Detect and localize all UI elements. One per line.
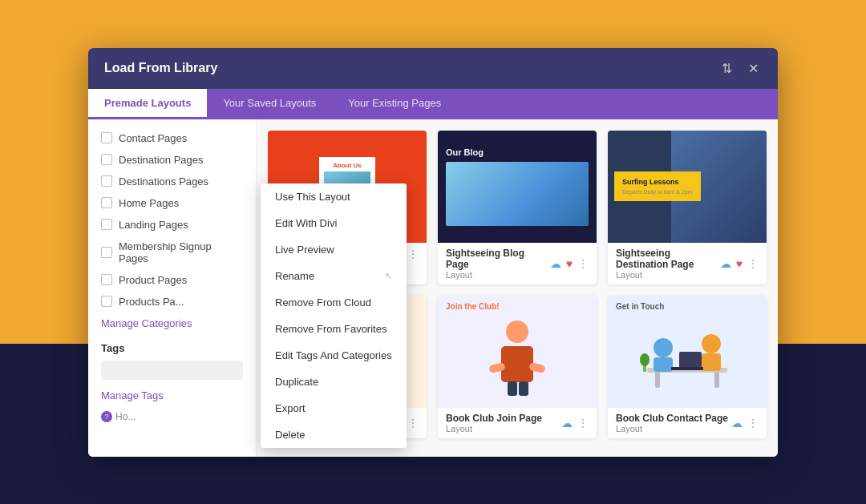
help-section: ? Ho... [88,406,256,427]
dots-icon-books[interactable]: ⋮ [407,417,419,429]
surf-footer-left: Sightseeing Destination Page Layout [616,248,720,280]
card-surf: Surfing Lessons Departs Daily at 8am & 2… [608,131,767,284]
context-edit-divi[interactable]: Edit With Divi [261,210,407,236]
cloud-icon-surf[interactable]: ☁ [720,257,731,270]
blog-footer-left: Sightseeing Blog Page Layout [446,248,550,280]
context-edit-tags[interactable]: Edit Tags And Categories [261,342,407,369]
join-title: Book Club Join Page [446,413,542,424]
svg-point-16 [640,353,650,366]
checkbox-home[interactable] [101,197,112,208]
blog-img [446,162,589,226]
join-actions: ☁ ⋮ [561,417,589,429]
blog-sublabel: Layout [446,270,550,280]
card-contact-footer: Book Club Contact Page Layout ☁ ⋮ [608,408,767,438]
contact-actions: ☁ ⋮ [731,417,759,429]
context-remove-cloud[interactable]: Remove From Cloud [261,289,407,316]
svg-rect-14 [671,367,703,370]
context-live-preview[interactable]: Live Preview [261,236,407,263]
blog-title: Sightseeing Blog Page [446,248,550,270]
sidebar-item-contact[interactable]: Contact Pages [88,127,256,149]
cloud-icon-blog[interactable]: ☁ [550,257,561,270]
svg-rect-7 [655,372,660,388]
tab-existing[interactable]: Your Existing Pages [332,89,457,119]
context-use-layout[interactable]: Use This Layout [261,183,407,210]
svg-rect-12 [702,353,721,371]
sidebar-item-home[interactable]: Home Pages [88,192,256,214]
card-blog-thumb: Our Blog [438,131,597,243]
join-figure-area [438,316,597,396]
card-contact-thumb: Get in Touch [608,296,767,408]
dots-icon-blog[interactable]: ⋮ [577,257,589,270]
checkbox-products[interactable] [101,296,112,307]
sidebar-item-membership[interactable]: Membership Signup Pages [88,236,256,269]
context-menu: Use This Layout Edit With Divi Live Prev… [261,183,407,448]
manage-tags-link[interactable]: Manage Tags [88,385,256,406]
card-join: Join the Club! [438,296,597,438]
dots-icon-contact[interactable]: ⋮ [747,417,759,429]
svg-rect-10 [654,357,673,372]
sidebar-item-destinations[interactable]: Destinations Pages [88,171,256,192]
heart-icon-blog[interactable]: ♥ [566,257,573,270]
context-remove-fav[interactable]: Remove From Favorites [261,316,407,342]
context-export[interactable]: Export [261,395,407,421]
card-surf-thumb: Surfing Lessons Departs Daily at 8am & 2… [608,131,767,243]
dots-icon-join[interactable]: ⋮ [577,417,589,429]
close-button[interactable]: ✕ [745,59,762,78]
sidebar-item-products[interactable]: Products Pa... [88,291,256,312]
checkbox-destination[interactable] [101,154,112,165]
tab-premade[interactable]: Premade Layouts [88,89,207,119]
manage-categories-link[interactable]: Manage Categories [88,312,256,334]
cloud-icon-contact[interactable]: ☁ [731,417,743,429]
svg-point-11 [702,334,721,353]
sidebar-item-landing[interactable]: Landing Pages [88,214,256,236]
checkbox-landing[interactable] [101,219,112,230]
context-duplicate[interactable]: Duplicate [261,369,407,395]
join-footer-left: Book Club Join Page Layout [446,413,542,433]
surf-title: Sightseeing Destination Page [616,248,720,270]
card-join-thumb: Join the Club! [438,296,597,408]
tags-label: Tags [88,334,256,357]
surf-box: Surfing Lessons Departs Daily at 8am & 2… [614,171,701,201]
tab-saved[interactable]: Your Saved Layouts [207,89,332,119]
surf-sublabel: Layout [616,270,720,280]
dots-icon-surf[interactable]: ⋮ [747,257,759,270]
sort-button[interactable]: ⇅ [718,59,735,78]
checkbox-contact[interactable] [101,132,112,143]
checkbox-product[interactable] [101,274,112,285]
help-icon[interactable]: ? [101,411,112,422]
card-blog: Our Blog Sightseeing Blog Page Layout ☁ … [438,131,597,284]
join-person-svg [485,316,549,396]
card-contact: Get in Touch [608,296,767,438]
svg-rect-1 [501,346,533,382]
svg-point-0 [506,321,528,343]
card-surf-footer: Sightseeing Destination Page Layout ☁ ♥ … [608,243,767,284]
surf-actions: ☁ ♥ ⋮ [720,257,759,270]
sidebar: Contact Pages Destination Pages Destinat… [88,119,257,457]
sidebar-item-destination[interactable]: Destination Pages [88,149,256,171]
modal-title: Load From Library [104,61,217,75]
tabs-bar: Premade Layouts Your Saved Layouts Your … [88,89,778,119]
modal-header: Load From Library ⇅ ✕ [88,48,778,89]
cloud-icon-join[interactable]: ☁ [561,417,573,429]
svg-rect-5 [519,381,528,396]
contact-card-sublabel: Layout [616,424,728,433]
heart-icon-surf[interactable]: ♥ [736,257,743,270]
svg-rect-8 [714,372,719,388]
blog-actions: ☁ ♥ ⋮ [550,257,589,270]
header-actions: ⇅ ✕ [718,59,762,78]
context-delete[interactable]: Delete [261,421,407,448]
modal-body: Contact Pages Destination Pages Destinat… [88,119,778,457]
context-rename[interactable]: Rename ↖ [261,263,407,289]
join-sublabel: Layout [446,424,542,433]
sidebar-item-product[interactable]: Product Pages [88,269,256,291]
svg-rect-4 [508,381,517,396]
card-join-footer: Book Club Join Page Layout ☁ ⋮ [438,408,597,438]
checkbox-membership[interactable] [101,247,112,258]
modal: Load From Library ⇅ ✕ Premade Layouts Yo… [88,48,778,457]
svg-point-9 [654,338,673,357]
tags-input[interactable] [101,361,243,380]
contact-footer-left: Book Club Contact Page Layout [616,413,728,433]
card-blog-footer: Sightseeing Blog Page Layout ☁ ♥ ⋮ [438,243,597,284]
dots-icon-about[interactable]: ⋮ [407,248,419,260]
checkbox-destinations[interactable] [101,175,112,187]
